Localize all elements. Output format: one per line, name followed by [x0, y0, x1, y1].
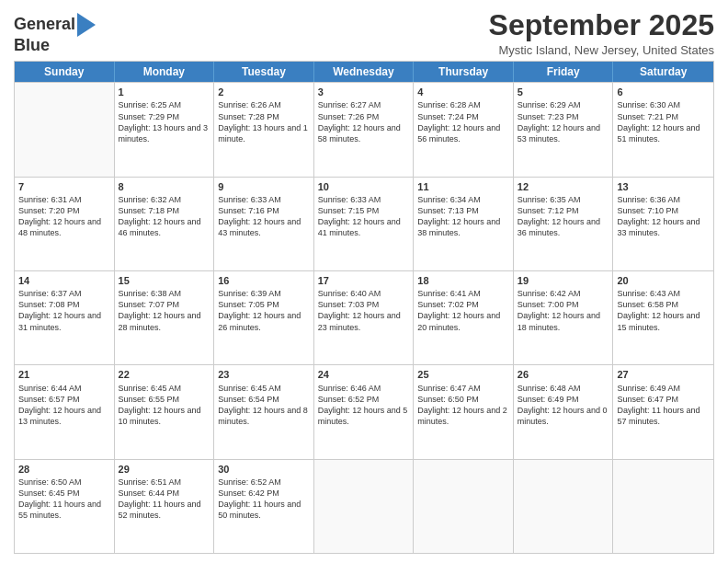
- cal-cell: 5Sunrise: 6:29 AMSunset: 7:23 PMDaylight…: [514, 83, 614, 176]
- logo: General Blue: [14, 13, 96, 55]
- day-number: 8: [119, 180, 210, 193]
- day-number: 3: [318, 86, 410, 98]
- header: General Blue September 2025 Mystic Islan…: [14, 9, 714, 57]
- svg-marker-0: [77, 13, 96, 37]
- cal-cell: [314, 460, 415, 553]
- cal-cell: 9Sunrise: 6:33 AMSunset: 7:16 PMDaylight…: [214, 178, 314, 270]
- cell-info: Sunrise: 6:41 AMSunset: 7:02 PMDaylight:…: [417, 288, 509, 333]
- logo-text-general: General: [14, 16, 75, 34]
- cell-info: Sunrise: 6:27 AMSunset: 7:26 PMDaylight:…: [318, 99, 410, 144]
- cell-info: Sunrise: 6:29 AMSunset: 7:23 PMDaylight:…: [518, 99, 609, 144]
- cell-info: Sunrise: 6:33 AMSunset: 7:16 PMDaylight:…: [218, 194, 310, 239]
- cal-cell: 17Sunrise: 6:40 AMSunset: 7:03 PMDayligh…: [314, 271, 415, 364]
- day-number: 7: [18, 180, 110, 193]
- cell-info: Sunrise: 6:38 AMSunset: 7:07 PMDaylight:…: [119, 288, 210, 333]
- cal-cell: 7Sunrise: 6:31 AMSunset: 7:20 PMDaylight…: [15, 178, 115, 270]
- day-number: 4: [417, 86, 509, 98]
- day-number: 23: [218, 368, 310, 381]
- cell-info: Sunrise: 6:43 AMSunset: 6:58 PMDaylight:…: [617, 288, 710, 333]
- cal-cell: 12Sunrise: 6:35 AMSunset: 7:12 PMDayligh…: [514, 178, 614, 270]
- cal-header-wednesday: Wednesday: [314, 62, 415, 82]
- cell-info: Sunrise: 6:35 AMSunset: 7:12 PMDaylight:…: [518, 194, 609, 239]
- cal-cell: 13Sunrise: 6:36 AMSunset: 7:10 PMDayligh…: [613, 178, 713, 270]
- cal-cell: 11Sunrise: 6:34 AMSunset: 7:13 PMDayligh…: [414, 178, 514, 270]
- cal-header-sunday: Sunday: [15, 62, 115, 82]
- cell-info: Sunrise: 6:31 AMSunset: 7:20 PMDaylight:…: [18, 194, 110, 239]
- month-title: September 2025: [489, 9, 714, 41]
- cell-info: Sunrise: 6:45 AMSunset: 6:54 PMDaylight:…: [218, 383, 310, 428]
- cal-cell: 24Sunrise: 6:46 AMSunset: 6:52 PMDayligh…: [314, 365, 415, 458]
- cal-cell: 10Sunrise: 6:33 AMSunset: 7:15 PMDayligh…: [314, 178, 415, 270]
- cal-header-friday: Friday: [514, 62, 614, 82]
- cal-week-3: 14Sunrise: 6:37 AMSunset: 7:08 PMDayligh…: [15, 270, 713, 364]
- cal-cell: [15, 83, 115, 176]
- cell-info: Sunrise: 6:33 AMSunset: 7:15 PMDaylight:…: [318, 194, 410, 239]
- cal-cell: 29Sunrise: 6:51 AMSunset: 6:44 PMDayligh…: [115, 460, 215, 553]
- day-number: 30: [218, 463, 310, 476]
- page: General Blue September 2025 Mystic Islan…: [0, 0, 728, 563]
- day-number: 1: [119, 86, 210, 98]
- title-block: September 2025 Mystic Island, New Jersey…: [489, 9, 714, 57]
- calendar: SundayMondayTuesdayWednesdayThursdayFrid…: [14, 61, 714, 554]
- cal-cell: 2Sunrise: 6:26 AMSunset: 7:28 PMDaylight…: [214, 83, 314, 176]
- cal-header-thursday: Thursday: [414, 62, 514, 82]
- cell-info: Sunrise: 6:32 AMSunset: 7:18 PMDaylight:…: [119, 194, 210, 239]
- day-number: 25: [417, 368, 509, 381]
- cal-header-monday: Monday: [115, 62, 215, 82]
- day-number: 2: [218, 86, 310, 98]
- cell-info: Sunrise: 6:51 AMSunset: 6:44 PMDaylight:…: [119, 477, 210, 522]
- day-number: 24: [318, 368, 410, 381]
- cell-info: Sunrise: 6:50 AMSunset: 6:45 PMDaylight:…: [18, 477, 110, 522]
- cal-cell: [414, 460, 514, 553]
- cell-info: Sunrise: 6:46 AMSunset: 6:52 PMDaylight:…: [318, 383, 410, 428]
- logo-icon: [77, 13, 96, 37]
- cal-cell: 28Sunrise: 6:50 AMSunset: 6:45 PMDayligh…: [15, 460, 115, 553]
- cal-cell: 25Sunrise: 6:47 AMSunset: 6:50 PMDayligh…: [414, 365, 514, 458]
- cal-cell: 23Sunrise: 6:45 AMSunset: 6:54 PMDayligh…: [214, 365, 314, 458]
- cal-cell: 27Sunrise: 6:49 AMSunset: 6:47 PMDayligh…: [613, 365, 713, 458]
- cal-cell: 8Sunrise: 6:32 AMSunset: 7:18 PMDaylight…: [115, 178, 215, 270]
- day-number: 27: [617, 368, 710, 381]
- cal-cell: 16Sunrise: 6:39 AMSunset: 7:05 PMDayligh…: [214, 271, 314, 364]
- day-number: 19: [518, 274, 609, 287]
- day-number: 17: [318, 274, 410, 287]
- cell-info: Sunrise: 6:36 AMSunset: 7:10 PMDaylight:…: [617, 194, 710, 239]
- day-number: 26: [518, 368, 609, 381]
- cal-cell: 22Sunrise: 6:45 AMSunset: 6:55 PMDayligh…: [115, 365, 215, 458]
- cell-info: Sunrise: 6:25 AMSunset: 7:29 PMDaylight:…: [119, 99, 210, 144]
- calendar-body: 1Sunrise: 6:25 AMSunset: 7:29 PMDaylight…: [15, 82, 713, 553]
- cell-info: Sunrise: 6:52 AMSunset: 6:42 PMDaylight:…: [218, 477, 310, 522]
- calendar-header-row: SundayMondayTuesdayWednesdayThursdayFrid…: [15, 62, 713, 82]
- cell-info: Sunrise: 6:44 AMSunset: 6:57 PMDaylight:…: [18, 383, 110, 428]
- day-number: 21: [18, 368, 110, 381]
- day-number: 10: [318, 180, 410, 193]
- day-number: 14: [18, 274, 110, 287]
- day-number: 15: [119, 274, 210, 287]
- cal-week-2: 7Sunrise: 6:31 AMSunset: 7:20 PMDaylight…: [15, 177, 713, 270]
- day-number: 18: [417, 274, 509, 287]
- day-number: 16: [218, 274, 310, 287]
- cal-cell: [514, 460, 614, 553]
- cell-info: Sunrise: 6:37 AMSunset: 7:08 PMDaylight:…: [18, 288, 110, 333]
- cell-info: Sunrise: 6:42 AMSunset: 7:00 PMDaylight:…: [518, 288, 609, 333]
- day-number: 11: [417, 180, 509, 193]
- cal-cell: 14Sunrise: 6:37 AMSunset: 7:08 PMDayligh…: [15, 271, 115, 364]
- day-number: 5: [518, 86, 609, 98]
- cell-info: Sunrise: 6:40 AMSunset: 7:03 PMDaylight:…: [318, 288, 410, 333]
- cell-info: Sunrise: 6:26 AMSunset: 7:28 PMDaylight:…: [218, 99, 310, 144]
- cell-info: Sunrise: 6:48 AMSunset: 6:49 PMDaylight:…: [518, 383, 609, 428]
- cell-info: Sunrise: 6:30 AMSunset: 7:21 PMDaylight:…: [617, 99, 710, 144]
- cal-cell: 1Sunrise: 6:25 AMSunset: 7:29 PMDaylight…: [115, 83, 215, 176]
- day-number: 6: [617, 86, 710, 98]
- day-number: 29: [119, 463, 210, 476]
- cal-cell: 18Sunrise: 6:41 AMSunset: 7:02 PMDayligh…: [414, 271, 514, 364]
- cell-info: Sunrise: 6:34 AMSunset: 7:13 PMDaylight:…: [417, 194, 509, 239]
- cal-cell: [613, 460, 713, 553]
- cal-week-1: 1Sunrise: 6:25 AMSunset: 7:29 PMDaylight…: [15, 82, 713, 176]
- logo-text-blue: Blue: [14, 36, 50, 54]
- day-number: 12: [518, 180, 609, 193]
- cal-cell: 15Sunrise: 6:38 AMSunset: 7:07 PMDayligh…: [115, 271, 215, 364]
- day-number: 13: [617, 180, 710, 193]
- cal-week-5: 28Sunrise: 6:50 AMSunset: 6:45 PMDayligh…: [15, 459, 713, 553]
- day-number: 20: [617, 274, 710, 287]
